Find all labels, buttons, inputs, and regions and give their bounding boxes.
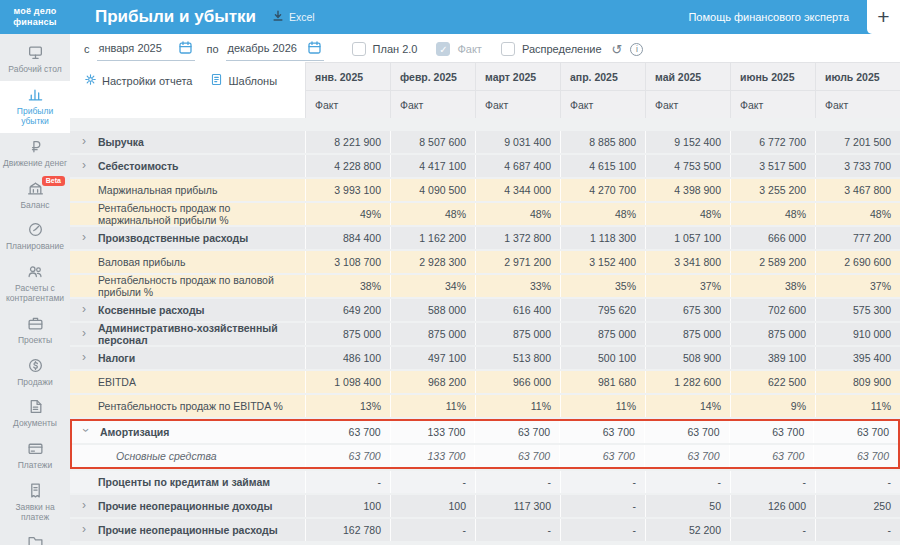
expert-help-link[interactable]: Помощь финансового эксперта — [688, 11, 849, 23]
sidebar-item-label: Баланс — [21, 200, 50, 211]
chevron-right-icon[interactable]: › — [82, 498, 86, 512]
value-cell: 500 100 — [560, 347, 645, 369]
sidebar-item-label: Документы — [13, 418, 57, 429]
value-cell: 1 372 800 — [475, 227, 560, 249]
calendar-icon[interactable] — [308, 41, 321, 56]
row-label: Валовая прибыль — [70, 251, 305, 273]
row-values: 884 4001 162 2001 372 8001 118 3001 057 … — [305, 227, 900, 249]
chevron-down-icon[interactable]: › — [79, 428, 93, 432]
sales-icon — [27, 357, 44, 374]
chevron-right-icon[interactable]: › — [82, 230, 86, 244]
value-cell: 910 000 — [815, 323, 900, 345]
reset-icon[interactable]: ↺ — [612, 43, 623, 56]
chevron-right-icon[interactable]: › — [82, 350, 86, 364]
row-label-text: Рентабельность продаж по валовой прибыли… — [98, 274, 305, 298]
filter-checkbox: ✓Факт — [436, 42, 481, 56]
sidebar-item[interactable]: Рабочий стол — [0, 39, 70, 81]
add-button[interactable]: + — [867, 0, 900, 34]
value-cell: 508 900 — [645, 347, 730, 369]
sidebar-item[interactable]: Документы — [0, 393, 70, 435]
excel-export-button[interactable]: Excel — [272, 10, 315, 24]
value-cell: 8 885 800 — [560, 131, 645, 153]
calendar-icon[interactable] — [179, 41, 192, 56]
value-cell: 3 517 500 — [730, 155, 815, 177]
highlighted-section: ›Амортизация63 700133 70063 70063 70063 … — [70, 419, 900, 469]
value-cell: 588 000 — [390, 299, 475, 321]
sidebar-item[interactable]: Платежи — [0, 435, 70, 477]
table-row: Рентабельность продаж по валовой прибыли… — [70, 275, 900, 297]
value-cell: 809 900 — [815, 371, 900, 393]
row-label[interactable]: ›Налоги — [70, 347, 305, 369]
row-values: 49%48%48%48%48%48%48% — [305, 203, 900, 225]
chevron-right-icon[interactable]: › — [82, 134, 86, 148]
value-cell: 126 000 — [730, 495, 815, 517]
sidebar-item-label: Продажи — [17, 377, 53, 388]
value-cell: 3 152 400 — [560, 251, 645, 273]
desktop-icon — [27, 44, 44, 61]
sidebar-item[interactable]: Движение денег — [0, 133, 70, 175]
value-cell: 4 270 700 — [560, 179, 645, 201]
sidebar-item[interactable]: Расчеты с контрагентами — [0, 258, 70, 310]
value-cell: 63 700 — [474, 445, 559, 467]
sidebar-item[interactable]: Прибыли убытки — [0, 81, 70, 133]
chevron-right-icon[interactable]: › — [82, 522, 86, 536]
templates-link[interactable]: Шаблоны — [210, 73, 277, 88]
column-header-month: апр. 2025 — [560, 62, 645, 90]
row-label[interactable]: ›Выручка — [70, 131, 305, 153]
row-label[interactable]: ›Амортизация — [72, 421, 305, 443]
report-table-body: ›Выручка8 221 9008 507 6009 031 4008 885… — [70, 131, 900, 545]
chevron-right-icon[interactable]: › — [82, 302, 86, 316]
value-cell: 63 700 — [474, 421, 559, 443]
payment-request-icon — [27, 482, 44, 499]
checkbox-label: Факт — [457, 43, 481, 55]
column-subheader-fact: Факт — [730, 90, 815, 118]
sidebar-item[interactable]: Продажи — [0, 352, 70, 394]
download-icon — [272, 10, 284, 24]
logo-line2: финансы — [0, 17, 70, 28]
app-logo[interactable]: моё дело финансы — [0, 6, 70, 28]
sidebar-item[interactable]: БалансBeta — [0, 175, 70, 217]
value-cell: 48% — [730, 203, 815, 225]
chevron-right-icon[interactable]: › — [82, 326, 86, 340]
sidebar-item[interactable]: Планирование — [0, 216, 70, 258]
checkbox[interactable] — [501, 42, 515, 56]
row-label: Проценты по кредитам и займам — [70, 471, 305, 493]
row-label[interactable]: ›Производственные расходы — [70, 227, 305, 249]
sidebar-item[interactable]: Проекты — [0, 310, 70, 352]
chevron-right-icon[interactable]: › — [82, 158, 86, 172]
value-cell: 11% — [475, 395, 560, 417]
table-row: Валовая прибыль3 108 7002 928 3002 971 2… — [70, 251, 900, 273]
row-label[interactable]: ›Себестоимость — [70, 155, 305, 177]
sidebar-item[interactable]: Заявки на платеж — [0, 477, 70, 529]
value-cell: 8 221 900 — [305, 131, 390, 153]
row-label[interactable]: ›Прочие неоперационные расходы — [70, 519, 305, 541]
row-label[interactable]: ›Административно-хозяйственный персонал — [70, 323, 305, 345]
balance-icon — [27, 180, 44, 197]
value-cell: 875 000 — [475, 323, 560, 345]
value-cell: 4 687 400 — [475, 155, 560, 177]
row-label-text: Рентабельность продаж по маржинальной пр… — [98, 202, 305, 226]
info-icon[interactable]: i — [630, 43, 643, 56]
date-from-field[interactable]: января 2025 — [97, 38, 195, 61]
column-header-month: июль 2025 — [815, 62, 900, 90]
row-label[interactable]: ›Прочие неоперационные доходы — [70, 495, 305, 517]
row-label[interactable]: ›Косвенные расходы — [70, 299, 305, 321]
date-to-field[interactable]: декабрь 2026 — [226, 38, 324, 61]
row-values: 649 200588 000616 400795 620675 300702 6… — [305, 299, 900, 321]
report-settings-link[interactable]: Настройки отчета — [84, 73, 192, 88]
directories-icon — [27, 534, 44, 545]
table-row: ›Прочие неоперационные расходы162 780---… — [70, 519, 900, 541]
value-cell: 63 700 — [644, 421, 729, 443]
checkbox[interactable] — [352, 42, 366, 56]
filter-checkbox: План 2.0 — [352, 42, 418, 56]
sidebar-item[interactable]: Справочники — [0, 529, 70, 545]
value-cell: 3 733 700 — [815, 155, 900, 177]
table-row: ›Административно-хозяйственный персонал8… — [70, 323, 900, 345]
value-cell: 50 — [645, 495, 730, 517]
row-label-text: Административно-хозяйственный персонал — [98, 322, 305, 346]
row-values: 486 100497 100513 800500 100508 900389 1… — [305, 347, 900, 369]
sidebar-item-label: Планирование — [6, 241, 64, 252]
sidebar-item-label: Рабочий стол — [8, 64, 61, 75]
projects-icon — [27, 315, 44, 332]
value-cell: - — [305, 471, 390, 493]
